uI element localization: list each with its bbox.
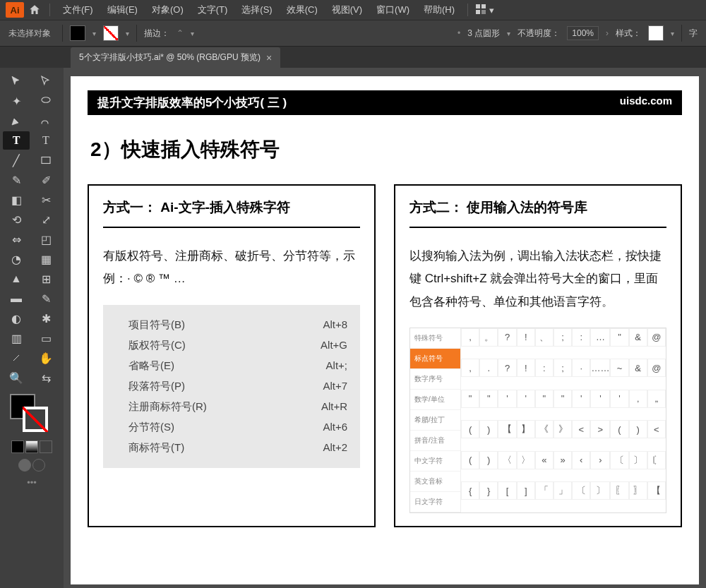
opacity-field[interactable]: 100% [567, 26, 599, 40]
symbol-category[interactable]: 标点符号 [410, 349, 460, 369]
symbol-cell[interactable]: „ [647, 390, 666, 408]
home-icon[interactable] [27, 2, 42, 18]
zoom-tool[interactable]: 🔍 [3, 368, 30, 387]
rotate-tool[interactable]: ⟲ [3, 210, 30, 229]
symbol-cell[interactable]: < [572, 420, 590, 438]
symbol-cell[interactable]: ) [629, 420, 647, 438]
none-mode-icon[interactable] [40, 440, 52, 453]
line-tool[interactable]: ╱ [3, 151, 30, 169]
edit-toolbar-icon[interactable]: ••• [3, 473, 61, 492]
chevron-down-icon[interactable]: ▾ [489, 5, 494, 16]
rectangle-tool[interactable] [32, 151, 59, 169]
symbol-cell[interactable]: ! [517, 328, 535, 347]
symbol-cell[interactable]: & [629, 359, 647, 377]
document-tab[interactable]: 5个文字排版小技巧.ai* @ 50% (RGB/GPU 预览) × [71, 47, 280, 68]
symbol-cell[interactable]: ' [610, 390, 628, 408]
menu-object[interactable]: 对象(O) [146, 1, 189, 19]
symbol-cell[interactable]: . [479, 359, 498, 377]
menu-help[interactable]: 帮助(H) [418, 1, 460, 19]
type-tool-alt[interactable]: T [32, 131, 59, 150]
symbol-cell[interactable]: " [461, 390, 479, 408]
symbol-cell[interactable]: " [535, 390, 554, 408]
color-mode-icon[interactable] [11, 440, 24, 453]
symbol-cell[interactable]: ~ [610, 359, 628, 377]
symbol-cell[interactable]: ‚ [629, 390, 647, 408]
slice-tool[interactable]: ⟋ [3, 349, 30, 367]
symbol-cell[interactable]: ( [610, 420, 628, 438]
symbol-category[interactable]: 日文字符 [410, 492, 460, 512]
graphic-style-swatch[interactable] [648, 25, 664, 41]
symbol-category[interactable]: 中文字符 [410, 451, 460, 472]
live-paint-tool[interactable]: ▦ [32, 250, 59, 268]
stroke-weight-stepper[interactable]: ⌃ [176, 28, 184, 38]
workspace-switcher-icon[interactable] [475, 4, 486, 17]
shape-builder-tool[interactable]: ◔ [3, 250, 30, 268]
symbol-cell[interactable]: 》 [554, 420, 572, 438]
symbol-cell[interactable]: 「 [535, 481, 554, 500]
column-graph-tool[interactable]: ▥ [3, 329, 30, 347]
symbol-cell[interactable]: ? [498, 359, 516, 377]
perspective-tool[interactable]: ▲ [3, 270, 30, 288]
canvas-area[interactable]: 提升文字排版效率的5个小技巧( 三 ) uisdc.com 2）快速插入特殊符号… [64, 68, 706, 588]
symbol-cell[interactable]: 〗 [629, 481, 647, 500]
hand-tool[interactable]: ✋ [32, 349, 59, 367]
selection-tool[interactable] [3, 72, 30, 90]
free-transform-tool[interactable]: ◰ [32, 230, 59, 248]
symbol-cell[interactable]: 〈 [498, 451, 516, 469]
symbol-cell[interactable]: & [629, 328, 647, 347]
artboard-tool[interactable]: ▭ [32, 329, 59, 347]
symbol-cell[interactable]: « [535, 451, 554, 469]
symbol-cell[interactable]: < [647, 420, 666, 438]
symbol-cell[interactable]: 〉 [517, 451, 535, 469]
symbol-cell[interactable]: 〔 [572, 481, 590, 500]
symbol-cell[interactable]: 」 [554, 481, 572, 500]
symbol-cell[interactable]: ' [517, 390, 535, 408]
magic-wand-tool[interactable]: ✦ [3, 92, 30, 110]
symbol-cell[interactable]: ) [479, 420, 498, 438]
symbol-category[interactable]: 数学/单位 [410, 390, 460, 410]
fill-stroke-indicator[interactable] [3, 394, 61, 436]
curvature-tool[interactable] [32, 112, 59, 130]
symbol-cell[interactable]: » [554, 451, 572, 469]
mesh-tool[interactable]: ⊞ [32, 270, 59, 288]
symbol-sprayer-tool[interactable]: ✱ [32, 309, 59, 328]
symbol-cell[interactable]: 《 [535, 420, 554, 438]
stroke-style[interactable]: 3 点圆形 [467, 28, 500, 40]
pen-tool[interactable] [3, 112, 30, 130]
symbol-cell[interactable]: ! [517, 359, 535, 377]
symbol-cell[interactable]: ‹ [572, 451, 590, 469]
pencil-tool[interactable]: ✐ [32, 171, 59, 189]
menu-type[interactable]: 文字(T) [192, 1, 234, 19]
symbol-cell[interactable]: @ [647, 328, 666, 347]
lasso-tool[interactable] [32, 92, 59, 110]
symbol-cell[interactable]: 〘 [647, 451, 666, 469]
symbol-cell[interactable]: ' [590, 390, 610, 408]
scale-tool[interactable]: ⤢ [32, 210, 59, 229]
symbol-cell[interactable]: 〕 [590, 481, 610, 500]
symbol-cell[interactable]: @ [647, 359, 666, 377]
symbol-cell[interactable]: 。 [479, 328, 498, 347]
symbol-cell[interactable]: , [461, 328, 479, 347]
close-tab-icon[interactable]: × [266, 52, 272, 64]
eraser-tool[interactable]: ◧ [3, 191, 30, 209]
gradient-mode-icon[interactable] [25, 440, 38, 453]
symbol-cell[interactable]: " [479, 390, 498, 408]
symbol-cell[interactable]: : [535, 359, 554, 377]
symbol-cell[interactable]: } [479, 481, 498, 500]
symbol-cell[interactable]: ; [554, 328, 572, 347]
paintbrush-tool[interactable]: ✎ [3, 171, 30, 189]
symbol-cell[interactable]: { [461, 481, 479, 500]
screen-mode-icon[interactable] [18, 459, 31, 472]
symbol-cell[interactable]: 〕 [629, 451, 647, 469]
width-tool[interactable]: ⇔ [3, 230, 30, 248]
menu-file[interactable]: 文件(F) [57, 1, 99, 19]
symbol-cell[interactable]: › [590, 451, 610, 469]
symbol-cell[interactable]: ( [461, 420, 479, 438]
symbol-cell[interactable]: ] [517, 481, 535, 500]
menu-select[interactable]: 选择(S) [236, 1, 277, 19]
symbol-cell[interactable]: 〔 [610, 451, 628, 469]
symbol-cell[interactable]: [ [498, 481, 516, 500]
symbol-cell[interactable]: " [610, 328, 628, 347]
symbol-cell[interactable]: > [590, 420, 610, 438]
symbol-cell[interactable]: · [572, 359, 590, 377]
